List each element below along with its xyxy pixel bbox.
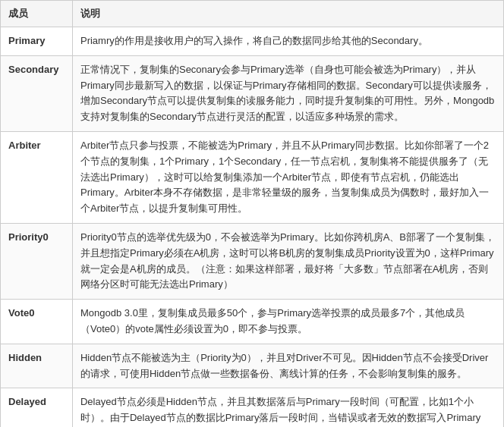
member-description: Priamry的作用是接收用户的写入操作，将自己的数据同步给其他的Seconda… <box>72 27 503 56</box>
col-header-desc: 说明 <box>72 1 503 27</box>
member-name: Primary <box>1 27 73 56</box>
member-name: Delayed <box>1 388 73 427</box>
member-description: Arbiter节点只参与投票，不能被选为Primary，并且不从Primary同… <box>72 131 503 223</box>
col-header-member: 成员 <box>1 1 73 27</box>
table-row: Vote0Mongodb 3.0里，复制集成员最多50个，参与Primary选举… <box>1 300 504 344</box>
table-row: PrimaryPriamry的作用是接收用户的写入操作，将自己的数据同步给其他的… <box>1 27 504 56</box>
member-name: Secondary <box>1 55 73 131</box>
member-name: Arbiter <box>1 131 73 223</box>
member-description: Mongodb 3.0里，复制集成员最多50个，参与Primary选举投票的成员… <box>72 300 503 344</box>
members-table: 成员 说明 PrimaryPriamry的作用是接收用户的写入操作，将自己的数据… <box>0 0 504 427</box>
member-name: Priority0 <box>1 223 73 299</box>
table-row: ArbiterArbiter节点只参与投票，不能被选为Primary，并且不从P… <box>1 131 504 223</box>
member-description: Priority0节点的选举优先级为0，不会被选举为Primary。比如你跨机房… <box>72 223 503 299</box>
table-row: HiddenHidden节点不能被选为主（Priority为0），并且对Driv… <box>1 344 504 388</box>
member-name: Vote0 <box>1 300 73 344</box>
member-description: Delayed节点必须是Hidden节点，并且其数据落后与Primary一段时间… <box>72 388 503 427</box>
member-description: 正常情况下，复制集的Seconary会参与Primary选举（自身也可能会被选为… <box>72 55 503 131</box>
member-description: Hidden节点不能被选为主（Priority为0），并且对Driver不可见。… <box>72 344 503 388</box>
table-row: DelayedDelayed节点必须是Hidden节点，并且其数据落后与Prim… <box>1 388 504 427</box>
table-row: Priority0Priority0节点的选举优先级为0，不会被选举为Prima… <box>1 223 504 299</box>
table-row: Secondary正常情况下，复制集的Seconary会参与Primary选举（… <box>1 55 504 131</box>
member-name: Hidden <box>1 344 73 388</box>
